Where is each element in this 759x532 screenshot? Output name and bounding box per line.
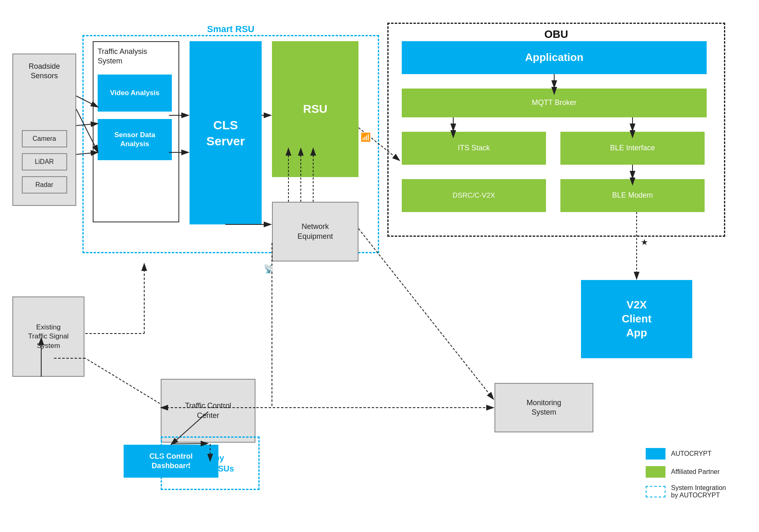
legend: AUTOCRYPT Affiliated Partner System Inte… [646, 448, 726, 499]
legend-integration: System Integration by AUTOCRYPT [646, 484, 726, 499]
network-equipment-box: NetworkEquipment [272, 202, 358, 261]
legend-dashed-box [646, 486, 665, 497]
svg-text:📡: 📡 [264, 264, 274, 274]
legend-green-box [646, 466, 665, 478]
monitoring-system-box: MonitoringSystem [494, 383, 593, 432]
cls-server-box: CLSServer [190, 41, 262, 224]
sensor-data-box: Sensor DataAnalysis [98, 119, 172, 160]
legend-autocrypt-label: AUTOCRYPT [671, 450, 712, 457]
dsrc-box: DSRC/C-V2X [402, 179, 546, 212]
its-stack-box: ITS Stack [402, 132, 546, 165]
svg-line-15 [358, 229, 494, 399]
smart-rsu-title: Smart RSU [207, 24, 255, 35]
rsu-box: RSU [272, 41, 358, 177]
svg-text:★: ★ [641, 238, 648, 247]
existing-traffic-signal-box: ExistingTraffic SignalSystem [12, 296, 84, 377]
traffic-analysis-title: Traffic AnalysisSystem [98, 47, 147, 66]
ble-interface-box: BLE Interface [560, 132, 705, 165]
legend-partner: Affiliated Partner [646, 466, 726, 478]
legend-blue-box [646, 448, 665, 460]
roadside-sensors-title: Roadside Sensors [16, 62, 72, 81]
legend-partner-label: Affiliated Partner [671, 468, 720, 476]
lidar-box: LiDAR [22, 153, 67, 170]
application-box: Application [402, 41, 707, 74]
radar-box: Radar [22, 176, 67, 194]
traffic-analysis-system-box: Traffic AnalysisSystem Video Analysis Se… [93, 41, 179, 222]
video-analysis-box: Video Analysis [98, 75, 172, 112]
obu-title: OBU [544, 28, 568, 41]
traffic-control-center-box: Traffic ControlCenter [161, 379, 255, 443]
v2x-client-app-box: V2XClientApp [581, 280, 692, 358]
diagram-container: Smart RSU OBU Roadside Sensors Camera Li… [0, 0, 759, 532]
svg-line-19 [85, 358, 160, 404]
nearby-smart-rsu-box: NearbySmart RSUs [161, 436, 260, 490]
legend-integration-label: System Integration by AUTOCRYPT [671, 484, 726, 499]
mqtt-broker-box: MQTT Broker [402, 89, 707, 117]
nearby-rsu-label: NearbySmart RSUs [186, 453, 234, 474]
ble-modem-box: BLE Modem [560, 179, 705, 212]
roadside-sensors-group: Roadside Sensors Camera LiDAR Radar [12, 54, 76, 206]
camera-box: Camera [22, 130, 67, 147]
legend-autocrypt: AUTOCRYPT [646, 448, 726, 460]
